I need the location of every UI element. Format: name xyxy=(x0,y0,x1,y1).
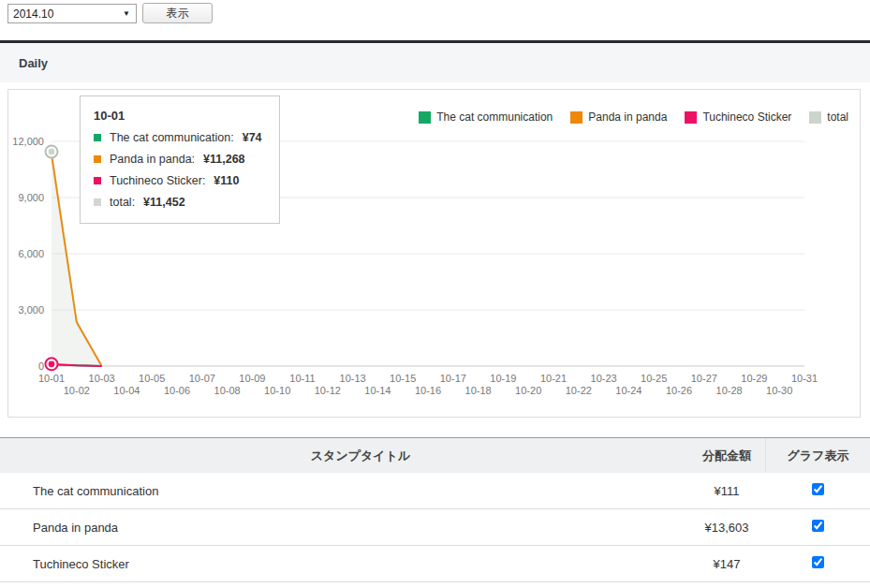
show-button[interactable]: 表示 xyxy=(142,3,213,23)
tooltip-label: The cat communication: xyxy=(110,131,234,144)
graph-display-cell xyxy=(765,520,870,535)
legend-swatch-icon xyxy=(809,111,821,124)
legend-swatch-icon xyxy=(419,111,431,124)
tooltip-row-panda-in-panda: Panda in panda: ¥11,268 xyxy=(94,153,266,166)
tooltip-date: 10-01 xyxy=(94,109,266,123)
column-header-stamp-title: スタンプタイトル xyxy=(0,448,688,464)
tooltip-value: ¥74 xyxy=(243,131,262,144)
amount-cell: ¥147 xyxy=(688,557,765,571)
tooltip-label: total: xyxy=(110,196,135,209)
tooltip-swatch-icon xyxy=(94,134,101,141)
amount-cell: ¥13,603 xyxy=(688,521,765,535)
graph-display-checkbox[interactable] xyxy=(812,556,824,568)
tooltip-value: ¥11,268 xyxy=(203,153,245,166)
tooltip-row-the-cat-communication: The cat communication: ¥74 xyxy=(94,131,266,144)
tooltip-label: Panda in panda: xyxy=(110,153,195,166)
tooltip-label: Tuchineco Sticker: xyxy=(110,174,205,187)
legend-label: Panda in panda xyxy=(588,110,667,124)
stamp-title-cell: Panda in panda xyxy=(0,521,688,535)
daily-revenue-chart[interactable]: 03,0006,0009,00012,000 10-0110-0210-0310… xyxy=(7,89,861,418)
period-select[interactable]: 2014.10 xyxy=(7,4,137,23)
legend-item-the-cat-communication[interactable]: The cat communication xyxy=(419,110,553,124)
tooltip-swatch-icon xyxy=(94,155,101,163)
legend-label: The cat communication xyxy=(436,110,553,124)
column-header-graph-display: グラフ表示 xyxy=(765,438,870,473)
legend-label: total xyxy=(827,110,848,124)
stamp-title-cell: The cat communication xyxy=(0,484,688,498)
table-row-the-cat-communication: The cat communication¥111 xyxy=(0,473,870,509)
graph-display-cell xyxy=(765,556,870,571)
tooltip-swatch-icon xyxy=(94,198,101,206)
tooltip-swatch-icon xyxy=(94,177,101,184)
table-header-row: スタンプタイトル 分配金額 グラフ表示 xyxy=(0,437,870,473)
legend-swatch-icon xyxy=(570,111,582,124)
table-row-tuchineco-sticker: Tuchineco Sticker¥147 xyxy=(0,546,870,582)
stamp-table: スタンプタイトル 分配金額 グラフ表示 The cat communicatio… xyxy=(0,437,870,582)
panel-title: Daily xyxy=(19,56,48,70)
chart-panel-header: Daily xyxy=(0,43,870,82)
period-select-wrap: 2014.10 ▼ xyxy=(7,4,137,23)
tooltip-value: ¥11,452 xyxy=(143,196,185,209)
table-row-panda-in-panda: Panda in panda¥13,603 xyxy=(0,509,870,546)
tooltip-value: ¥110 xyxy=(214,174,239,187)
graph-display-checkbox[interactable] xyxy=(812,483,824,495)
tooltip-row-tuchineco-sticker: Tuchineco Sticker: ¥110 xyxy=(94,174,266,187)
column-header-amount: 分配金額 xyxy=(688,448,765,464)
graph-display-checkbox[interactable] xyxy=(812,520,824,532)
chart-tooltip: 10-01 The cat communication: ¥74Panda in… xyxy=(80,96,280,224)
legend-item-tuchineco-sticker[interactable]: Tuchineco Sticker xyxy=(685,110,791,124)
legend-item-total[interactable]: total xyxy=(809,110,848,124)
chart-legend: The cat communicationPanda in pandaTuchi… xyxy=(419,110,848,124)
amount-cell: ¥111 xyxy=(688,484,765,498)
graph-display-cell xyxy=(765,483,870,498)
legend-swatch-icon xyxy=(685,111,697,124)
legend-label: Tuchineco Sticker xyxy=(702,110,791,124)
tooltip-row-total: total: ¥11,452 xyxy=(94,196,266,209)
legend-item-panda-in-panda[interactable]: Panda in panda xyxy=(570,110,667,124)
stamp-title-cell: Tuchineco Sticker xyxy=(0,557,688,571)
